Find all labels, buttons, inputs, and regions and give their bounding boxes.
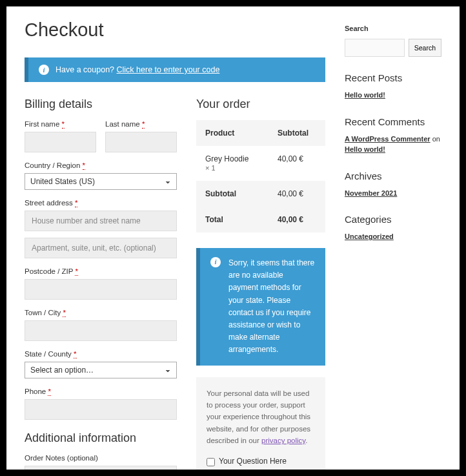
street-input-1[interactable] — [25, 211, 177, 231]
categories-heading: Categories — [345, 214, 441, 225]
last-name-input[interactable] — [105, 132, 177, 152]
postcode-input[interactable] — [25, 279, 177, 300]
coupon-link[interactable]: Click here to enter your code — [117, 65, 220, 74]
commenter-link[interactable]: A WordPress Commenter — [345, 135, 431, 143]
table-row: Grey Hoodie× 1 40,00 € — [196, 146, 325, 181]
search-label: Search — [345, 25, 441, 32]
first-name-label: First name * — [25, 120, 96, 128]
town-label: Town / City * — [25, 309, 177, 316]
state-label: State / County * — [25, 350, 177, 358]
order-heading: Your order — [196, 98, 325, 111]
question-checkbox[interactable] — [207, 458, 215, 466]
comment-post-link[interactable]: Hello world! — [345, 145, 385, 153]
postcode-label: Postcode / ZIP * — [25, 267, 177, 275]
phone-label: Phone * — [25, 388, 177, 395]
search-input[interactable] — [345, 39, 405, 57]
town-input[interactable] — [25, 320, 177, 341]
archive-link[interactable]: November 2021 — [345, 189, 397, 197]
billing-heading: Billing details — [25, 98, 177, 111]
category-link[interactable]: Uncategorized — [345, 233, 394, 240]
order-notes-label: Order Notes (optional) — [25, 454, 177, 462]
coupon-notice: i Have a coupon? Click here to enter you… — [25, 57, 325, 82]
recent-posts-heading: Recent Posts — [345, 72, 441, 83]
payment-notice: i Sorry, it seems that there are no avai… — [196, 248, 325, 366]
recent-post-link[interactable]: Hello world! — [345, 91, 385, 99]
order-notes-textarea[interactable] — [25, 466, 177, 470]
first-name-input[interactable] — [25, 132, 96, 152]
phone-input[interactable] — [25, 399, 177, 420]
privacy-box: Your personal data will be used to proce… — [196, 377, 325, 470]
additional-heading: Additional information — [25, 431, 177, 445]
recent-comments-heading: Recent Comments — [345, 116, 441, 127]
last-name-label: Last name * — [105, 120, 177, 128]
info-icon: i — [210, 257, 221, 267]
page-title: Checkout — [25, 19, 325, 41]
archives-heading: Archives — [345, 171, 441, 181]
order-table: ProductSubtotal Grey Hoodie× 1 40,00 € S… — [196, 120, 325, 233]
privacy-link[interactable]: privacy policy — [261, 437, 305, 444]
info-icon: i — [39, 65, 49, 75]
state-select[interactable]: Select an option… — [25, 362, 177, 378]
street-label: Street address * — [25, 199, 177, 207]
street-input-2[interactable] — [25, 238, 177, 258]
country-select[interactable]: United States (US) — [25, 173, 177, 190]
search-button[interactable]: Search — [409, 39, 441, 57]
country-label: Country / Region * — [25, 161, 177, 169]
